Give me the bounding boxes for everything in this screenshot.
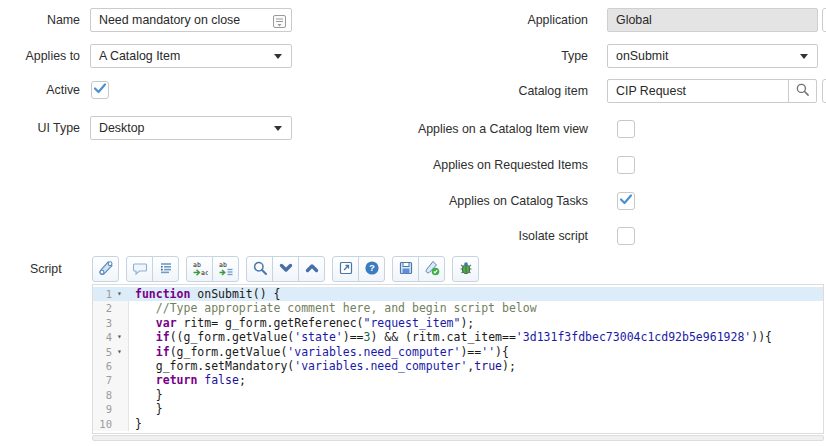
- line-number: 7: [93, 373, 112, 387]
- line-gutter: 7: [93, 373, 129, 387]
- fold-arrow-icon: [112, 359, 127, 373]
- line-gutter: 5▾: [93, 345, 129, 359]
- svg-text:ac: ac: [201, 269, 208, 276]
- application-label: Application: [368, 8, 588, 32]
- toolbar-group: [392, 256, 445, 282]
- active-checkbox[interactable]: [91, 81, 109, 99]
- toolbar-group: [92, 256, 119, 282]
- name-input[interactable]: Need mandatory on close: [90, 8, 292, 32]
- applies-on-catalog-item-view-checkbox[interactable]: [617, 120, 635, 138]
- code-line: 9 }: [93, 402, 823, 416]
- help-icon: ?: [364, 260, 380, 279]
- toggle-fullscreen-icon: [338, 260, 354, 279]
- search-button[interactable]: [246, 256, 273, 282]
- catalog-item-label: Catalog item: [368, 79, 588, 103]
- code-line: 10}: [93, 417, 823, 431]
- format-code-icon: [158, 260, 174, 279]
- line-gutter: 10: [93, 417, 129, 431]
- fold-arrow-icon[interactable]: ▾: [112, 287, 127, 301]
- isolate-script-checkbox[interactable]: [617, 227, 635, 245]
- line-number: 4: [93, 330, 112, 344]
- syntax-editor-toggle-button[interactable]: [92, 256, 119, 282]
- code-line: 7 return false;: [93, 373, 823, 387]
- line-number: 6: [93, 359, 112, 373]
- line-gutter: 8: [93, 388, 129, 402]
- name-label: Name: [0, 8, 80, 32]
- code-line: 1▾function onSubmit() {: [93, 287, 823, 301]
- applies-on-catalog-item-view-label: Applies on a Catalog Item view: [368, 120, 588, 138]
- code-text: if((g_form.getValue('state')==3) && (rit…: [129, 330, 772, 344]
- code-text: }: [129, 388, 163, 402]
- toggle-fullscreen-button[interactable]: [332, 256, 359, 282]
- help-button[interactable]: ?: [358, 256, 385, 282]
- code-text: }: [129, 402, 163, 416]
- search-icon: [252, 260, 268, 279]
- line-gutter: 6: [93, 359, 129, 373]
- code-text: g_form.setMandatory('variables.need_comp…: [129, 359, 516, 373]
- name-value: Need mandatory on close: [99, 13, 240, 27]
- svg-text:ab: ab: [219, 260, 227, 268]
- replace-all-button[interactable]: ab: [212, 256, 239, 282]
- applies-on-catalog-tasks-checkbox[interactable]: [617, 192, 635, 210]
- fold-arrow-icon[interactable]: ▾: [112, 345, 127, 359]
- application-field: Global: [607, 8, 818, 32]
- save-button[interactable]: [392, 256, 419, 282]
- applies-to-label: Applies to: [0, 44, 80, 68]
- line-number: 5: [93, 345, 112, 359]
- fold-arrow-icon: [112, 373, 127, 387]
- fold-arrow-icon: [112, 301, 127, 315]
- line-gutter: 4▾: [93, 330, 129, 344]
- code-text: var ritm= g_form.getReferenec("request_i…: [129, 316, 474, 330]
- syntax-check-button[interactable]: [418, 256, 445, 282]
- toolbar-group: [126, 256, 179, 282]
- save-icon: [398, 260, 414, 279]
- code-text: return false;: [129, 373, 246, 387]
- type-label: Type: [368, 44, 588, 68]
- applies-on-catalog-tasks-label: Applies on Catalog Tasks: [368, 192, 588, 210]
- magnifier-icon: [795, 82, 810, 100]
- line-number: 2: [93, 301, 112, 315]
- application-value: Global: [616, 13, 652, 27]
- clipped-reference-button[interactable]: [822, 8, 826, 32]
- code-text: function onSubmit() {: [129, 287, 280, 301]
- fold-arrow-icon[interactable]: ▾: [112, 330, 127, 344]
- applies-on-requested-items-label: Applies on Requested Items: [368, 156, 588, 174]
- catalog-item-input[interactable]: CIP Request: [607, 79, 790, 103]
- type-select[interactable]: onSubmit: [607, 44, 818, 68]
- clipped-reference-button[interactable]: [822, 79, 826, 103]
- find-previous-icon: [304, 260, 320, 279]
- checkmark-icon: [92, 80, 108, 100]
- fold-arrow-icon: [112, 402, 127, 416]
- syntax-check-icon: [424, 260, 440, 279]
- script-editor[interactable]: 1▾function onSubmit() {2 //Type appropri…: [92, 284, 824, 434]
- applies-to-select[interactable]: A Catalog Item: [90, 44, 292, 68]
- isolate-script-label: Isolate script: [368, 227, 588, 245]
- replace-button[interactable]: abac: [186, 256, 213, 282]
- format-code-button[interactable]: [152, 256, 179, 282]
- code-line: 2 //Type appropriate comment here, and b…: [93, 301, 823, 315]
- syntax-editor-toggle-icon: [98, 260, 114, 279]
- editor-resize-handle[interactable]: [92, 435, 824, 441]
- ui-type-label: UI Type: [0, 116, 80, 140]
- code-text: if(g_form.getValue('variables.need_compu…: [129, 345, 509, 359]
- line-number: 1: [93, 287, 112, 301]
- toggle-comment-button[interactable]: [126, 256, 153, 282]
- replace-all-icon: ab: [218, 260, 234, 279]
- find-next-button[interactable]: [272, 256, 299, 282]
- find-previous-button[interactable]: [298, 256, 325, 282]
- fold-arrow-icon: [112, 316, 127, 330]
- code-line: 4▾ if((g_form.getValue('state')==3) && (…: [93, 330, 823, 344]
- text-document-icon: [273, 13, 286, 35]
- toolbar-group: [246, 256, 325, 282]
- ui-type-select[interactable]: Desktop: [90, 116, 292, 140]
- line-gutter: 1▾: [93, 287, 129, 301]
- script-debugger-button[interactable]: [452, 256, 479, 282]
- script-label: Script: [30, 256, 90, 282]
- applies-on-requested-items-checkbox[interactable]: [617, 156, 635, 174]
- fold-arrow-icon: [112, 388, 127, 402]
- catalog-item-search-button[interactable]: [788, 79, 817, 103]
- script-debugger-icon: [458, 260, 474, 279]
- script-editor-toolbar: abacab?: [92, 256, 479, 282]
- code-text: //Type appropriate comment here, and beg…: [129, 301, 537, 315]
- line-number: 3: [93, 316, 112, 330]
